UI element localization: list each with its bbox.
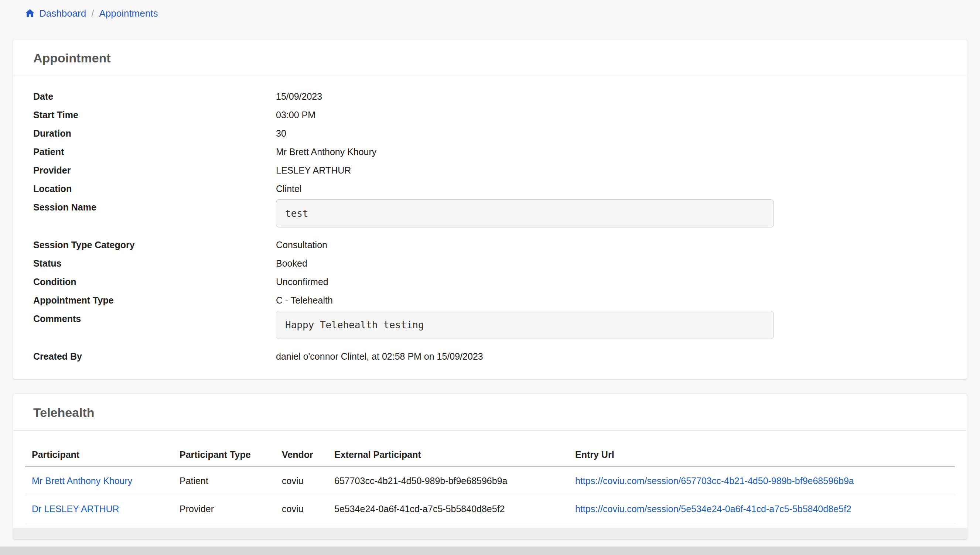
participant-link[interactable]: Mr Brett Anthony Khoury (32, 476, 132, 486)
table-footer-strip (13, 528, 967, 539)
field-value: Mr Brett Anthony Khoury (276, 143, 376, 161)
field-label: Patient (33, 143, 276, 161)
breadcrumb-separator: / (91, 8, 94, 19)
field-label: Location (33, 180, 276, 198)
field-value: daniel o'connor Clintel, at 02:58 PM on … (276, 347, 483, 366)
entry-url-cell: https://coviu.com/session/657703cc-4b21-… (575, 467, 955, 495)
table-row: Dr LESLEY ARTHUR Provider coviu 5e534e24… (25, 495, 955, 523)
breadcrumb-dashboard-link[interactable]: Dashboard (24, 7, 86, 19)
column-header-participant-type: Participant Type (180, 443, 282, 467)
breadcrumb-dashboard-label: Dashboard (39, 7, 86, 19)
vendor-cell: coviu (282, 467, 334, 495)
field-row-session-name: Session Name (33, 198, 947, 228)
field-label: Session Name (33, 198, 276, 217)
participant-type-cell: Provider (180, 495, 282, 523)
field-row-provider: Provider LESLEY ARTHUR (33, 161, 947, 180)
field-value: Clintel (276, 180, 301, 198)
field-row-duration: Duration 30 (33, 124, 947, 143)
bottom-strip (0, 547, 980, 555)
telehealth-card-title: Telehealth (13, 394, 967, 431)
external-participant-cell: 657703cc-4b21-4d50-989b-bf9e68596b9a (334, 467, 575, 495)
field-row-created-by: Created By daniel o'connor Clintel, at 0… (33, 347, 947, 366)
table-row: Mr Brett Anthony Khoury Patient coviu 65… (25, 467, 955, 495)
field-row-session-type-category: Session Type Category Consultation (33, 236, 947, 254)
field-value: 30 (276, 124, 286, 143)
field-row-location: Location Clintel (33, 180, 947, 198)
field-label: Date (33, 87, 276, 106)
field-label: Session Type Category (33, 236, 276, 254)
field-value: Consultation (276, 236, 327, 254)
field-value: Booked (276, 254, 307, 273)
participant-cell: Dr LESLEY ARTHUR (25, 495, 180, 523)
column-header-participant: Participant (25, 443, 180, 467)
participant-cell: Mr Brett Anthony Khoury (25, 467, 180, 495)
field-label: Condition (33, 273, 276, 291)
field-value: 15/09/2023 (276, 87, 322, 106)
field-label: Provider (33, 161, 276, 180)
field-row-patient: Patient Mr Brett Anthony Khoury (33, 143, 947, 161)
entry-url-link[interactable]: https://coviu.com/session/5e534e24-0a6f-… (575, 504, 851, 514)
breadcrumb-appointments-label: Appointments (99, 7, 158, 19)
field-value: 03:00 PM (276, 106, 315, 124)
field-label: Status (33, 254, 276, 273)
field-row-start-time: Start Time 03:00 PM (33, 106, 947, 124)
telehealth-table: Participant Participant Type Vendor Exte… (25, 443, 955, 523)
field-row-condition: Condition Unconfirmed (33, 273, 947, 291)
column-header-entry-url: Entry Url (575, 443, 955, 467)
field-value: LESLEY ARTHUR (276, 161, 351, 180)
field-label: Appointment Type (33, 291, 276, 310)
field-row-status: Status Booked (33, 254, 947, 273)
session-name-input[interactable] (276, 199, 774, 228)
appointment-card-body: Date 15/09/2023 Start Time 03:00 PM Dura… (13, 76, 967, 379)
home-icon (24, 8, 35, 19)
appointment-card-title: Appointment (13, 40, 967, 76)
breadcrumb-appointments-link[interactable]: Appointments (99, 7, 158, 19)
field-row-appointment-type: Appointment Type C - Telehealth (33, 291, 947, 310)
column-header-external-participant: External Participant (334, 443, 575, 467)
entry-url-cell: https://coviu.com/session/5e534e24-0a6f-… (575, 495, 955, 523)
external-participant-cell: 5e534e24-0a6f-41cd-a7c5-5b5840d8e5f2 (334, 495, 575, 523)
field-label: Duration (33, 124, 276, 143)
vendor-cell: coviu (282, 495, 334, 523)
field-value: Unconfirmed (276, 273, 328, 291)
entry-url-link[interactable]: https://coviu.com/session/657703cc-4b21-… (575, 476, 854, 486)
column-header-vendor: Vendor (282, 443, 334, 467)
telehealth-card: Telehealth Participant Participant Type … (13, 394, 967, 539)
field-row-comments: Comments (33, 310, 947, 339)
field-value: C - Telehealth (276, 291, 333, 310)
field-row-date: Date 15/09/2023 (33, 87, 947, 106)
field-label: Start Time (33, 106, 276, 124)
participant-link[interactable]: Dr LESLEY ARTHUR (32, 504, 119, 514)
breadcrumb: Dashboard / Appointments (0, 0, 980, 19)
table-header-row: Participant Participant Type Vendor Exte… (25, 443, 955, 467)
comments-input[interactable] (276, 311, 774, 339)
appointment-card: Appointment Date 15/09/2023 Start Time 0… (13, 40, 967, 379)
field-label: Comments (33, 310, 276, 328)
field-label: Created By (33, 347, 276, 366)
participant-type-cell: Patient (180, 467, 282, 495)
